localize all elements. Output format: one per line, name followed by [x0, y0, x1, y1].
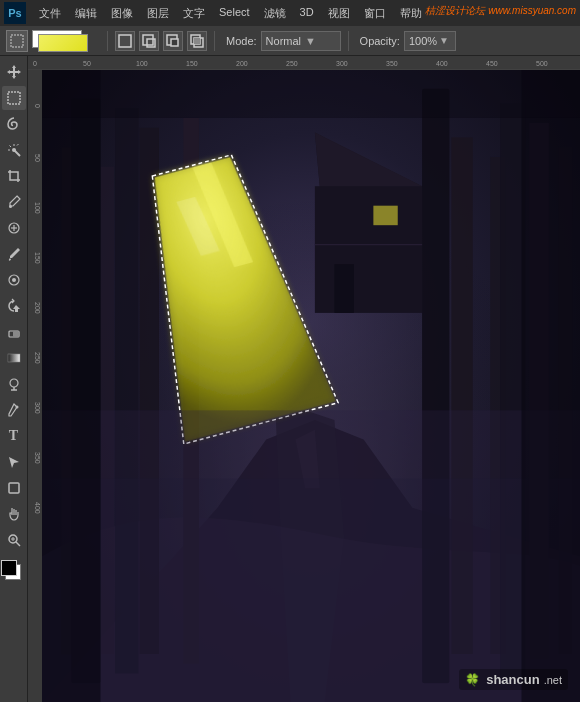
svg-text:400: 400 — [34, 502, 41, 514]
tool-text[interactable]: T — [2, 424, 26, 448]
svg-point-21 — [12, 278, 16, 282]
svg-text:350: 350 — [386, 60, 398, 67]
menu-view[interactable]: 视图 — [321, 4, 357, 23]
menu-image[interactable]: 图像 — [104, 4, 140, 23]
mode-label: Mode: — [226, 35, 257, 47]
tool-brush[interactable] — [2, 242, 26, 266]
tool-dodge[interactable] — [2, 372, 26, 396]
svg-rect-0 — [11, 35, 23, 47]
tool-zoom[interactable] — [2, 528, 26, 552]
svg-rect-75 — [334, 264, 353, 313]
svg-text:50: 50 — [83, 60, 91, 67]
opacity-value: 100% — [409, 35, 437, 47]
fg-bg-swatches[interactable] — [1, 560, 27, 586]
leaf-icon: 🍀 — [465, 673, 480, 687]
menu-select[interactable]: Select — [212, 4, 257, 23]
tool-lasso[interactable] — [2, 112, 26, 136]
separator-3 — [348, 31, 349, 51]
pen-icon — [6, 402, 22, 418]
svg-point-25 — [10, 379, 18, 387]
hand-icon — [6, 506, 22, 522]
menu-edit[interactable]: 编辑 — [68, 4, 104, 23]
fg-swatch[interactable] — [1, 560, 17, 576]
tool-shape[interactable] — [2, 476, 26, 500]
dodge-icon — [6, 376, 22, 392]
svg-text:350: 350 — [34, 452, 41, 464]
tool-pen[interactable] — [2, 398, 26, 422]
tool-crop[interactable] — [2, 164, 26, 188]
opacity-chevron: ▼ — [439, 35, 449, 46]
text-tool-label: T — [9, 428, 18, 444]
brush-icon — [6, 246, 22, 262]
svg-rect-47 — [28, 70, 42, 702]
svg-text:300: 300 — [34, 402, 41, 414]
intersect-selection-icon[interactable] — [187, 31, 207, 51]
tool-move[interactable] — [2, 60, 26, 84]
svg-rect-8 — [194, 38, 200, 44]
menubar: Ps 文件 编辑 图像 图层 文字 Select 滤镜 3D 视图 窗口 帮助 … — [0, 0, 580, 26]
svg-rect-84 — [42, 70, 580, 118]
tool-magic-wand[interactable] — [2, 138, 26, 162]
tool-healing[interactable] — [2, 216, 26, 240]
svg-point-28 — [15, 406, 18, 409]
current-tool-icon — [6, 30, 28, 52]
menu-file[interactable]: 文件 — [32, 4, 68, 23]
path-select-icon — [6, 454, 22, 470]
opacity-label: Opacity: — [360, 35, 400, 47]
svg-rect-83 — [522, 70, 580, 702]
tool-history-brush[interactable] — [2, 294, 26, 318]
svg-text:0: 0 — [34, 104, 41, 108]
svg-text:0: 0 — [33, 60, 37, 67]
tool-marquee[interactable] — [2, 86, 26, 110]
add-sel-svg — [142, 34, 156, 48]
menu-help[interactable]: 帮助 — [393, 4, 429, 23]
menu-items-container: 文件 编辑 图像 图层 文字 Select 滤镜 3D 视图 窗口 帮助 — [32, 4, 429, 23]
canvas-svg — [42, 70, 580, 702]
svg-text:500: 500 — [536, 60, 548, 67]
svg-point-16 — [9, 205, 12, 208]
mode-value: Normal — [266, 35, 301, 47]
subtract-selection-icon[interactable] — [163, 31, 183, 51]
svg-rect-29 — [9, 483, 19, 493]
tool-clone[interactable] — [2, 268, 26, 292]
mode-chevron: ▼ — [305, 35, 316, 47]
canvas-area: 0 50 100 150 200 250 300 350 400 450 500 — [28, 56, 580, 702]
shancun-text: shancun — [486, 672, 539, 687]
tool-eyedropper[interactable] — [2, 190, 26, 214]
tool-hand[interactable] — [2, 502, 26, 526]
tool-gradient[interactable] — [2, 346, 26, 370]
bottom-watermark: 🍀 shancun .net — [459, 669, 568, 690]
svg-text:150: 150 — [34, 252, 41, 264]
opacity-input[interactable]: 100% ▼ — [404, 31, 456, 51]
new-selection-icon[interactable] — [115, 31, 135, 51]
menu-layer[interactable]: 图层 — [140, 4, 176, 23]
menu-3d[interactable]: 3D — [293, 4, 321, 23]
add-selection-icon[interactable] — [139, 31, 159, 51]
main-area: T — [0, 56, 580, 702]
eraser-icon — [6, 324, 22, 340]
svg-text:50: 50 — [34, 154, 41, 162]
svg-text:250: 250 — [286, 60, 298, 67]
tool-eraser[interactable] — [2, 320, 26, 344]
healing-icon — [6, 220, 22, 236]
shape-icon — [6, 480, 22, 496]
canvas-viewport: 🍀 shancun .net — [42, 70, 580, 702]
menu-type[interactable]: 文字 — [176, 4, 212, 23]
svg-text:450: 450 — [486, 60, 498, 67]
svg-line-14 — [9, 146, 11, 148]
ps-logo-text: Ps — [8, 7, 21, 19]
ruler-left-svg: 0 50 100 150 200 250 300 350 400 — [28, 70, 42, 702]
zoom-icon — [6, 532, 22, 548]
svg-text:200: 200 — [34, 302, 41, 314]
svg-text:100: 100 — [34, 202, 41, 214]
move-icon — [6, 64, 22, 80]
svg-point-11 — [12, 148, 16, 152]
magic-wand-icon — [6, 142, 22, 158]
lasso-icon — [6, 116, 22, 132]
mode-dropdown[interactable]: Normal ▼ — [261, 31, 341, 51]
svg-line-31 — [16, 542, 20, 546]
svg-rect-74 — [373, 206, 397, 225]
menu-filter[interactable]: 滤镜 — [257, 4, 293, 23]
tool-path-select[interactable] — [2, 450, 26, 474]
menu-window[interactable]: 窗口 — [357, 4, 393, 23]
